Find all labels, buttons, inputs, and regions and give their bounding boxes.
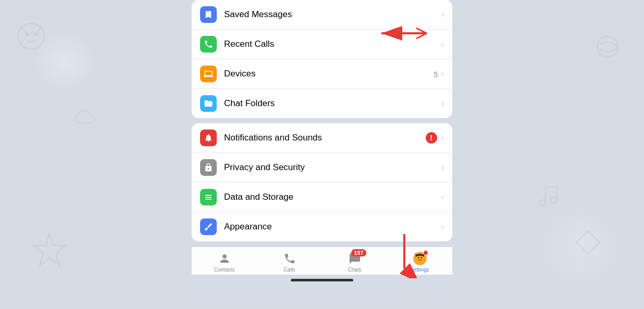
- contacts-tab-label: Contacts: [214, 267, 234, 273]
- devices-icon: [200, 66, 217, 82]
- recent-calls-chevron: ›: [441, 40, 444, 49]
- notifications-item[interactable]: Notifications and Sounds ! ›: [192, 123, 452, 153]
- saved-messages-label: Saved Messages: [224, 9, 441, 20]
- svg-marker-4: [34, 234, 65, 265]
- deco-cloud: [73, 104, 99, 130]
- privacy-icon: [200, 159, 217, 176]
- calls-phone-icon: [283, 252, 296, 265]
- bell-icon: [204, 133, 213, 143]
- data-storage-icon: [200, 189, 217, 205]
- data-storage-chevron: ›: [441, 192, 444, 202]
- chat-folders-item[interactable]: Chat Folders ›: [192, 89, 452, 118]
- deco-ball: [592, 31, 623, 62]
- appearance-label: Appearance: [224, 222, 441, 232]
- svg-marker-5: [576, 231, 600, 254]
- calls-tab-label: Calls: [283, 267, 295, 273]
- tab-chats[interactable]: 197 Chats: [322, 251, 387, 273]
- appearance-icon: [200, 218, 217, 235]
- svg-point-3: [597, 36, 618, 57]
- bookmark-icon: [204, 10, 213, 19]
- contacts-icon-wrap: [217, 251, 232, 266]
- privacy-security-item[interactable]: Privacy and Security ›: [192, 153, 452, 183]
- svg-line-10: [546, 186, 557, 187]
- calls-icon-wrap: [282, 251, 297, 266]
- svg-point-6: [539, 200, 546, 206]
- deco-diamond: [574, 228, 602, 257]
- deco-cat: [10, 16, 52, 57]
- lock-icon: [204, 163, 213, 172]
- devices-item[interactable]: Devices 5 ›: [192, 59, 452, 89]
- person-icon: [218, 252, 231, 265]
- stack-icon: [204, 192, 213, 202]
- chat-folders-icon: [200, 95, 217, 112]
- chats-icon-wrap: 197: [348, 251, 362, 266]
- data-storage-label: Data and Storage: [224, 192, 441, 202]
- phone-icon: [204, 40, 213, 49]
- section-1: Saved Messages › Recent Calls › Devices …: [192, 0, 452, 118]
- notifications-label: Notifications and Sounds: [224, 133, 426, 143]
- chats-tab-label: Chats: [348, 267, 361, 273]
- chats-badge: 197: [351, 249, 366, 256]
- notifications-icon: [200, 130, 217, 146]
- saved-messages-chevron: ›: [441, 10, 444, 19]
- tab-contacts[interactable]: Contacts: [192, 251, 257, 273]
- saved-messages-icon: [200, 6, 217, 23]
- brush-icon: [204, 222, 213, 231]
- section-2: Notifications and Sounds ! › Privacy and…: [192, 123, 452, 241]
- home-indicator: [291, 279, 353, 281]
- arrow-settings: [394, 231, 425, 280]
- devices-label: Devices: [224, 69, 434, 79]
- svg-point-7: [551, 197, 557, 203]
- deco-music: [535, 182, 561, 208]
- data-storage-item[interactable]: Data and Storage ›: [192, 183, 452, 212]
- privacy-label: Privacy and Security: [224, 162, 441, 173]
- recent-calls-icon: [200, 36, 217, 53]
- notifications-chevron: ›: [441, 133, 444, 143]
- phone-container: Saved Messages › Recent Calls › Devices …: [187, 0, 457, 309]
- tab-calls[interactable]: Calls: [257, 251, 322, 273]
- folder-icon: [204, 99, 213, 108]
- privacy-chevron: ›: [441, 163, 444, 172]
- deco-star: [31, 231, 68, 267]
- notifications-alert-badge: !: [426, 132, 437, 144]
- chat-folders-label: Chat Folders: [224, 98, 441, 109]
- chat-folders-chevron: ›: [441, 99, 444, 108]
- devices-chevron: ›: [441, 69, 444, 79]
- laptop-icon: [204, 69, 213, 79]
- arrow-saved-messages: [372, 24, 429, 45]
- appearance-chevron: ›: [441, 222, 444, 231]
- devices-badge: 5: [434, 70, 438, 79]
